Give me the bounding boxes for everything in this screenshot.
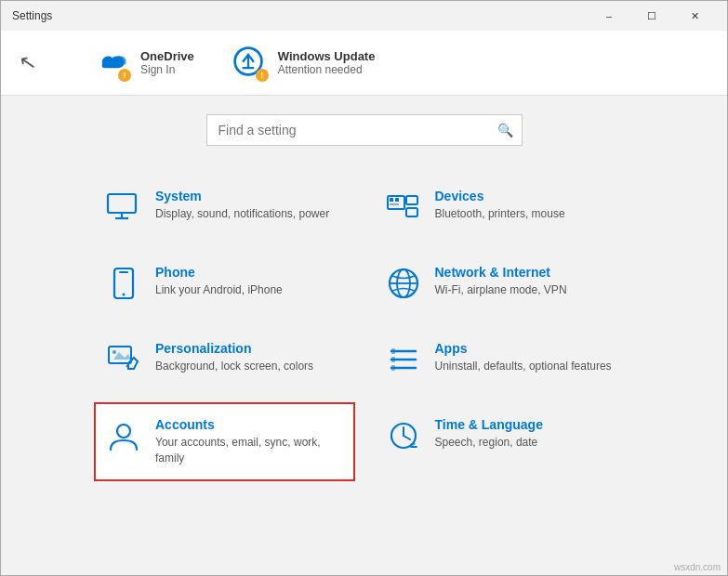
svg-line-28 <box>404 436 410 439</box>
windows-update-text: Windows Update Attention needed <box>278 49 376 76</box>
setting-item-network[interactable]: Network & Internet Wi-Fi, airplane mode,… <box>374 250 635 317</box>
apps-description: Uninstall, defaults, optional features <box>435 359 612 374</box>
system-description: Display, sound, notifications, power <box>155 206 329 222</box>
personalization-description: Background, lock screen, colors <box>155 359 313 374</box>
svg-rect-24 <box>391 365 395 371</box>
accounts-icon <box>105 417 142 454</box>
time-language-title: Time & Language <box>435 417 543 432</box>
network-title: Network & Internet <box>435 265 567 280</box>
windows-update-notification[interactable]: ! Windows Update Attention needed <box>232 45 376 82</box>
svg-point-17 <box>113 350 116 354</box>
devices-text: Devices Bluetooth, printers, mouse <box>435 189 565 222</box>
personalization-icon <box>105 341 142 378</box>
devices-description: Bluetooth, printers, mouse <box>435 206 565 222</box>
svg-point-25 <box>117 425 130 438</box>
cursor-icon: ↖ <box>18 49 38 76</box>
cursor-area: ↖ <box>20 51 57 75</box>
maximize-button[interactable]: ☐ <box>630 1 673 31</box>
network-text: Network & Internet Wi-Fi, airplane mode,… <box>435 265 567 298</box>
watermark: wsxdn.com <box>674 562 721 572</box>
onedrive-title: OneDrive <box>140 49 194 63</box>
accounts-text: Accounts Your accounts, email, sync, wor… <box>155 417 344 466</box>
phone-description: Link your Android, iPhone <box>155 282 283 298</box>
setting-item-accounts[interactable]: Accounts Your accounts, email, sync, wor… <box>94 402 355 481</box>
content-area: 🔍 System Display, sound, notifications, … <box>1 96 727 500</box>
system-icon <box>105 189 142 226</box>
windows-update-title: Windows Update <box>278 49 376 63</box>
windows-update-icon-wrap: ! <box>232 45 269 82</box>
svg-point-11 <box>123 294 126 296</box>
svg-rect-9 <box>406 208 417 216</box>
windows-update-subtitle: Attention needed <box>278 63 376 76</box>
onedrive-text: OneDrive Sign In <box>140 49 194 76</box>
svg-rect-23 <box>391 357 395 362</box>
accounts-title: Accounts <box>155 417 344 432</box>
system-title: System <box>155 189 329 203</box>
notification-bar: ↖ ! OneDrive Sign In ! Windows Up <box>1 31 727 96</box>
devices-icon <box>385 189 422 226</box>
svg-rect-7 <box>390 203 399 205</box>
phone-icon <box>105 265 142 302</box>
search-icon: 🔍 <box>497 123 513 137</box>
setting-item-apps[interactable]: Apps Uninstall, defaults, optional featu… <box>374 326 635 393</box>
time-language-text: Time & Language Speech, region, date <box>435 417 543 451</box>
devices-title: Devices <box>435 189 565 203</box>
svg-rect-1 <box>108 194 136 213</box>
search-input[interactable] <box>206 114 523 146</box>
titlebar: Settings – ☐ ✕ <box>1 1 727 31</box>
minimize-button[interactable]: – <box>588 1 630 31</box>
accounts-description: Your accounts, email, sync, work, family <box>155 435 344 466</box>
svg-rect-8 <box>406 196 417 204</box>
onedrive-warning: ! <box>118 69 131 82</box>
setting-item-time-language[interactable]: Time & Language Speech, region, date <box>374 402 635 481</box>
personalization-title: Personalization <box>155 341 313 356</box>
windows-update-warning: ! <box>256 69 269 82</box>
svg-rect-22 <box>391 348 395 354</box>
close-button[interactable]: ✕ <box>673 1 716 31</box>
time-language-description: Speech, region, date <box>435 435 543 451</box>
personalization-text: Personalization Background, lock screen,… <box>155 341 313 374</box>
apps-icon <box>385 341 422 378</box>
time-language-icon <box>385 417 422 454</box>
titlebar-controls: – ☐ ✕ <box>588 1 716 31</box>
network-icon <box>385 265 422 302</box>
titlebar-title: Settings <box>12 9 588 22</box>
search-bar: 🔍 <box>1 114 727 146</box>
svg-rect-5 <box>390 198 393 202</box>
phone-title: Phone <box>155 265 283 280</box>
onedrive-icon-wrap: ! <box>94 45 131 82</box>
onedrive-subtitle: Sign In <box>140 63 194 76</box>
phone-text: Phone Link your Android, iPhone <box>155 265 283 298</box>
onedrive-notification[interactable]: ! OneDrive Sign In <box>94 45 194 82</box>
setting-item-phone[interactable]: Phone Link your Android, iPhone <box>94 250 355 317</box>
system-text: System Display, sound, notifications, po… <box>155 189 329 222</box>
settings-grid: System Display, sound, notifications, po… <box>1 174 727 481</box>
setting-item-system[interactable]: System Display, sound, notifications, po… <box>94 174 355 241</box>
search-input-wrap: 🔍 <box>206 114 523 146</box>
network-description: Wi-Fi, airplane mode, VPN <box>435 282 567 298</box>
apps-title: Apps <box>435 341 612 356</box>
apps-text: Apps Uninstall, defaults, optional featu… <box>435 341 612 374</box>
setting-item-personalization[interactable]: Personalization Background, lock screen,… <box>94 326 355 393</box>
setting-item-devices[interactable]: Devices Bluetooth, printers, mouse <box>374 174 635 241</box>
svg-rect-6 <box>395 198 399 202</box>
